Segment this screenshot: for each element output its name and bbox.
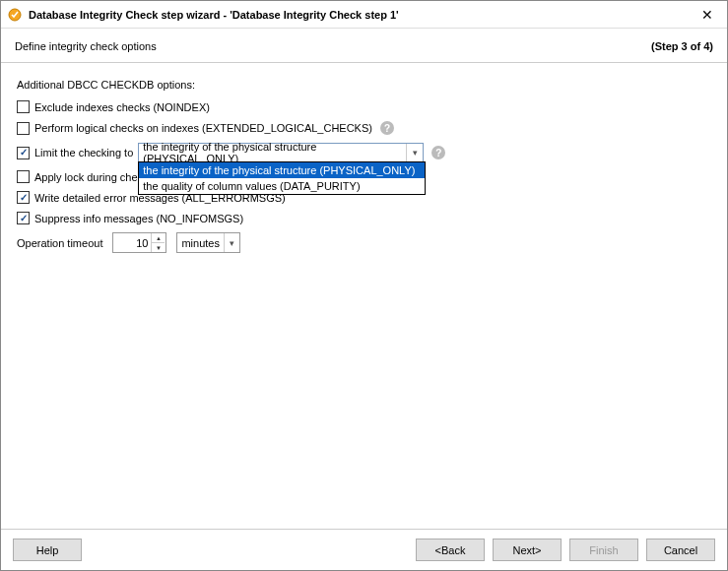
timeout-label: Operation timeout [17,237,102,249]
titlebar: Database Integrity Check step wizard - '… [1,1,727,29]
suppress-info-label: Suppress info messages (NO_INFOMSGS) [34,213,243,224]
section-heading: Additional DBCC CHECKDB options: [17,79,711,91]
help-icon[interactable]: ? [431,146,445,159]
subheader: Define integrity check options (Step 3 o… [1,29,727,63]
error-msgs-checkbox[interactable] [17,191,30,204]
exclude-indexes-row: Exclude indexes checks (NOINDEX) [17,100,711,113]
page-subtitle: Define integrity check options [15,40,157,52]
logical-checks-label: Perform logical checks on indexes (EXTEN… [34,122,372,134]
app-icon [7,7,23,23]
cancel-button[interactable]: Cancel [646,539,715,561]
limit-checking-dropdown: the integrity of the physical structure … [138,161,426,195]
help-button[interactable]: Help [13,539,82,561]
logical-checks-checkbox[interactable] [17,122,30,135]
timeout-unit: minutes [181,237,220,249]
spinner-arrows: ▲ ▼ [151,233,165,252]
logical-checks-row: Perform logical checks on indexes (EXTEN… [17,121,711,135]
content-area: Additional DBCC CHECKDB options: Exclude… [1,63,727,253]
limit-checking-combo[interactable]: the integrity of the physical structure … [138,143,424,162]
apply-lock-label: Apply lock during che [34,171,138,183]
limit-checking-row: Limit the checking to the integrity of t… [17,143,711,162]
timeout-input[interactable] [113,234,151,251]
finish-button: Finish [569,539,638,561]
spinner-up[interactable]: ▲ [152,233,165,243]
dropdown-item-datapurity[interactable]: the quality of column values (DATA_PURIT… [139,178,425,194]
close-button[interactable]: ✕ [688,1,727,29]
step-indicator: (Step 3 of 4) [651,40,713,52]
next-button[interactable]: Next> [493,539,562,561]
back-button[interactable]: <Back [416,539,485,561]
suppress-info-row: Suppress info messages (NO_INFOMSGS) [17,212,711,224]
footer: Help <Back Next> Finish Cancel [1,529,727,570]
limit-checking-checkbox[interactable] [17,147,30,159]
help-icon[interactable]: ? [380,121,394,135]
window-title: Database Integrity Check step wizard - '… [29,9,688,21]
chevron-down-icon: ▾ [406,144,423,161]
timeout-row: Operation timeout ▲ ▼ minutes ▾ [17,232,711,253]
exclude-indexes-checkbox[interactable] [17,100,30,113]
exclude-indexes-label: Exclude indexes checks (NOINDEX) [34,101,210,113]
apply-lock-checkbox[interactable] [17,170,30,183]
limit-checking-combo-wrap: the integrity of the physical structure … [138,143,424,162]
timeout-spinner[interactable]: ▲ ▼ [112,232,166,253]
spinner-down[interactable]: ▼ [152,243,165,252]
dropdown-item-physical[interactable]: the integrity of the physical structure … [139,162,425,178]
suppress-info-checkbox[interactable] [17,212,30,224]
limit-checking-label: Limit the checking to [34,147,133,159]
timeout-unit-combo[interactable]: minutes ▾ [176,232,240,253]
chevron-down-icon: ▾ [224,233,239,252]
